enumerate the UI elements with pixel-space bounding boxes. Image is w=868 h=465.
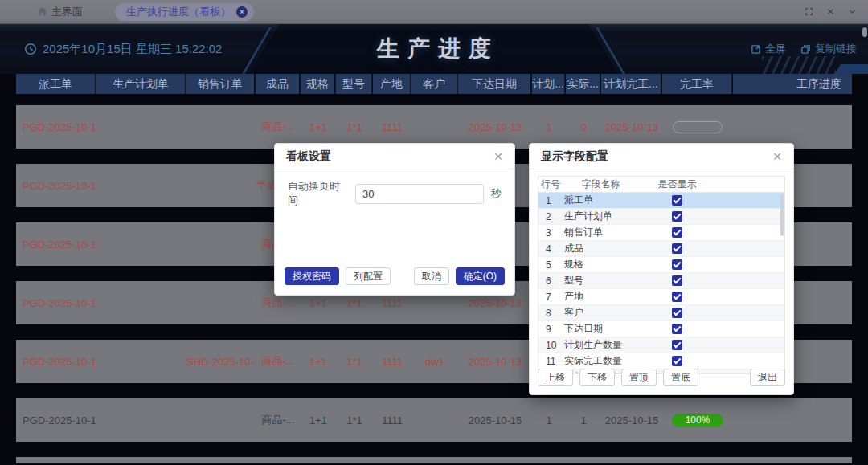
checkbox-checked-icon[interactable] [672,259,682,270]
column-header: 下达日期 [458,74,532,94]
dialog-close-icon[interactable]: ✕ [493,151,503,162]
field-row-no: 10 [538,340,563,351]
kanban-settings-dialog: 看板设置 ✕ 自动换页时间 秒 授权密码 列配置 取消 确定(O) [274,143,515,296]
column-header: 计划... [532,74,566,94]
dialog-header: 看板设置 ✕ [275,144,514,169]
dialog-close-icon[interactable]: ✕ [772,151,782,162]
ok-button[interactable]: 确定(O) [456,267,505,285]
home-nav[interactable]: 主界面 [37,5,83,19]
field-row[interactable]: 5规格 [538,257,784,273]
cell-sales: SHD-2025-10-13... [186,356,256,368]
cancel-button[interactable]: 取消 [414,267,449,285]
field-name: 产地 [563,290,639,304]
cell-spec: 1+1 [301,121,336,133]
field-config-list: 1派工单2生产计划单3销售订单4成品5规格6型号7产地8客户9下达日期10计划生… [538,193,784,374]
cell-actual_qty: 0 [566,121,601,133]
checkbox-checked-icon[interactable] [672,195,682,206]
field-name: 规格 [563,258,639,271]
field-name: 派工单 [563,194,639,207]
checkbox-checked-icon[interactable] [672,356,682,366]
restore-icon[interactable] [805,7,813,16]
auto-page-time-input[interactable] [355,184,484,204]
copy-link-button[interactable]: 复制链接 [800,42,857,56]
app-screen: 主界面 生产执行进度（看板） ✕ [0,0,868,465]
move-down-button[interactable]: 下移 [579,369,615,386]
tab-close-icon[interactable]: ✕ [236,6,248,18]
table-row[interactable]: PGD-2025-10-15...商品-...1+11*111112025-10… [16,398,852,442]
tab-label: 生产执行进度（看板） [126,5,231,19]
completion-rate-badge-empty [673,121,723,133]
field-visible-cell [639,275,715,286]
column-header: 生产计划单 [96,74,186,94]
tab-production-progress[interactable]: 生产执行进度（看板） ✕ [115,3,254,21]
field-row[interactable]: 10计划生产数量 [538,337,784,353]
field-row-no: 3 [538,227,563,239]
checkbox-checked-icon[interactable] [672,275,682,286]
checkbox-checked-icon[interactable] [672,211,682,222]
cell-wo: PGD-2025-10-13... [16,297,96,309]
field-row[interactable]: 2生产计划单 [538,209,784,225]
column-header-visible: 是否显示 [639,177,715,192]
field-row[interactable]: 1派工单 [538,193,784,209]
cell-origin: 1111 [373,121,411,133]
authorize-password-button[interactable]: 授权密码 [285,267,339,285]
column-header: 型号 [336,74,373,94]
column-header: 完工率 [662,74,733,94]
checkbox-checked-icon[interactable] [672,340,682,350]
kanban-scrollbar[interactable] [862,26,867,463]
column-config-button[interactable]: 列配置 [346,267,391,285]
cell-issue: 2025-10-13 [458,121,532,133]
checkbox-checked-icon[interactable] [672,243,682,254]
dialog-body: 自动换页时间 秒 [275,169,514,218]
to-bottom-button[interactable]: 置底 [663,369,698,386]
field-visible-cell [639,324,715,334]
header-actions: 全屏 复制链接 [751,24,857,74]
checkbox-checked-icon[interactable] [672,227,682,238]
field-row[interactable]: 8客户 [538,305,784,321]
cell-model: 1*1 [336,121,373,133]
field-row[interactable]: 9下达日期 [538,321,784,337]
cell-wo: PGD-2025-10-13... [16,180,96,192]
kanban-table-header: 派工单生产计划单销售订单成品规格型号产地客户下达日期计划...实际...计划完工… [16,74,852,94]
field-row[interactable]: 7产地 [538,289,784,305]
cell-origin: 1111 [373,297,411,309]
field-list-scrollbar-thumb[interactable] [780,194,784,236]
home-label: 主界面 [51,5,83,19]
checkbox-checked-icon[interactable] [672,324,682,334]
field-visible-cell [639,227,715,238]
fullscreen-label: 全屏 [765,42,786,56]
close-icon[interactable] [826,7,835,16]
page-title: 生产进度 [0,24,868,74]
cell-product: 商品-... [256,296,301,310]
cell-model: 1*1 [336,356,373,368]
kanban-header: 2025年10月15日 星期三 15:22:02 生产进度 全屏 复制链接 [0,24,868,74]
cell-finish: 2025-10-13 [601,121,662,133]
checkbox-checked-icon[interactable] [672,308,682,318]
cell-plan_qty: 1 [532,121,566,133]
field-row[interactable]: 4成品 [538,241,784,257]
field-visible-cell [639,356,715,366]
dialog-title: 显示字段配置 [541,149,608,164]
collapse-icon[interactable] [848,7,857,16]
field-row[interactable]: 3销售订单 [538,225,784,241]
cell-rate: 100% [662,414,733,427]
column-header: 成品 [256,74,301,94]
cell-wo: PGD-2025-10-13... [16,239,96,251]
table-row[interactable]: PGD-2025-10-13...商品-...1+11*111112025-10… [16,105,852,149]
fullscreen-button[interactable]: 全屏 [751,42,786,56]
to-top-button[interactable]: 置顶 [621,369,657,386]
field-row[interactable]: 6型号 [538,273,784,289]
column-header-row-no: 行号 [538,177,563,192]
kanban-scrollbar-thumb[interactable] [862,27,867,37]
field-visible-cell [639,243,715,254]
reorder-buttons: 上移 下移 置顶 置底 [538,369,698,386]
field-row[interactable]: 11实际完工数量 [538,353,784,369]
table-row-partial [16,457,852,463]
exit-button[interactable]: 退出 [750,369,785,386]
checkbox-checked-icon[interactable] [672,292,682,302]
cell-spec: 1+1 [301,414,336,426]
move-up-button[interactable]: 上移 [538,369,573,386]
cell-plan_qty: 1 [532,414,566,426]
copy-link-label: 复制链接 [815,42,857,56]
cell-issue: 2025-10-15 [458,414,532,426]
